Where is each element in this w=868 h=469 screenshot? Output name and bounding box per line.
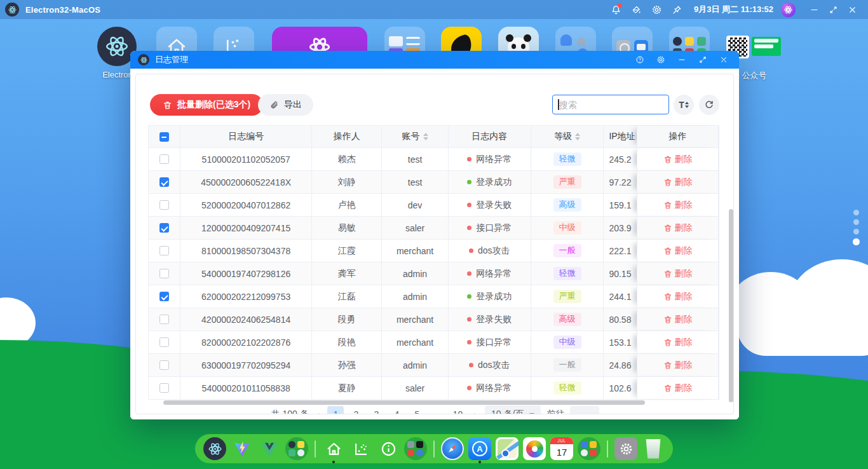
text-caret: [558, 99, 559, 110]
window-close-button[interactable]: [713, 51, 734, 69]
row-checkbox[interactable]: [159, 223, 169, 233]
refresh-button[interactable]: [699, 95, 719, 115]
page-button[interactable]: 3: [368, 406, 384, 414]
chevron-down-icon: [529, 413, 534, 415]
cell-operator: 江磊: [312, 285, 382, 308]
delete-button[interactable]: 删除: [663, 268, 693, 280]
page-button[interactable]: 5: [409, 406, 425, 414]
settings-button[interactable]: [647, 0, 667, 19]
page-ellipsis[interactable]: ···: [429, 406, 445, 414]
dock-item-safari[interactable]: [441, 437, 464, 460]
desktop-minimize-button[interactable]: [804, 0, 824, 19]
delete-button[interactable]: 删除: [663, 291, 693, 302]
vertical-scrollbar-thumb[interactable]: [729, 209, 733, 402]
row-checkbox[interactable]: [159, 383, 169, 393]
dock-item-calendar[interactable]: JUL 17: [550, 437, 573, 460]
page-button[interactable]: 4: [388, 406, 405, 414]
prev-page-button[interactable]: ‹: [315, 409, 322, 415]
delete-button[interactable]: 删除: [663, 154, 693, 165]
batch-delete-button[interactable]: 批量删除(已选3个): [150, 94, 263, 116]
cell-content-text: 网络异常: [476, 268, 512, 280]
help-button[interactable]: [629, 51, 650, 69]
trash-icon: [663, 155, 672, 164]
goto-page-input[interactable]: [570, 406, 599, 415]
desktop-close-button[interactable]: [843, 0, 862, 19]
workspace-dots[interactable]: [853, 210, 860, 245]
user-avatar[interactable]: [781, 3, 796, 17]
delete-button[interactable]: 删除: [663, 337, 693, 348]
dock-item-about[interactable]: [377, 437, 400, 460]
row-checkbox[interactable]: [159, 246, 169, 255]
window-titlebar[interactable]: 日志管理: [130, 51, 739, 69]
sort-carets-icon[interactable]: [575, 133, 580, 140]
dock-item-app-store[interactable]: A: [468, 437, 491, 460]
dock-item-devtools-group[interactable]: [285, 437, 308, 460]
column-header-level[interactable]: 等级: [531, 126, 604, 147]
row-checkbox[interactable]: [159, 177, 169, 187]
export-button[interactable]: 导出: [258, 94, 313, 116]
row-checkbox[interactable]: [159, 337, 169, 347]
row-checkbox[interactable]: [159, 200, 169, 210]
delete-button[interactable]: 删除: [663, 245, 693, 257]
dock-item-vite[interactable]: [231, 437, 254, 460]
dock-item-apps-group[interactable]: [578, 437, 600, 460]
delete-button[interactable]: 删除: [663, 222, 693, 234]
page-button[interactable]: 1: [327, 406, 344, 414]
delete-button[interactable]: 删除: [663, 177, 693, 188]
next-page-button[interactable]: ›: [471, 409, 479, 415]
workspace-dot[interactable]: [853, 229, 859, 234]
search-input[interactable]: [552, 95, 669, 114]
row-checkbox[interactable]: [159, 154, 169, 164]
notifications-button[interactable]: [606, 0, 627, 19]
refresh-icon: [704, 100, 714, 110]
workspace-dot[interactable]: [853, 210, 859, 215]
dock-item-settings[interactable]: [614, 437, 637, 460]
select-all-checkbox[interactable]: [159, 132, 169, 142]
compass-needle-icon: [442, 438, 462, 458]
window-settings-button[interactable]: [650, 51, 671, 69]
table-row: 620000202212099753 江磊 admin 登录成功 严重 244.…: [149, 285, 719, 308]
horizontal-scrollbar-thumb[interactable]: [163, 400, 645, 405]
dock-item-electron[interactable]: [203, 437, 226, 460]
desktop-resize-button[interactable]: [824, 0, 843, 19]
page-button[interactable]: 2: [348, 406, 364, 414]
dock-item-media-group[interactable]: [404, 437, 427, 460]
row-checkbox[interactable]: [159, 315, 169, 324]
cell-operator: 段勇: [312, 308, 382, 330]
delete-button[interactable]: 删除: [663, 360, 693, 371]
level-badge: 一般: [553, 358, 581, 372]
delete-button[interactable]: 删除: [663, 314, 693, 325]
page-button[interactable]: 10: [449, 406, 466, 414]
dock-item-charts[interactable]: [349, 437, 372, 460]
dock-item-photos[interactable]: [523, 437, 546, 460]
page-size-select[interactable]: 10 条/页: [485, 405, 541, 414]
cell-operator: 易敏: [312, 217, 382, 239]
row-checkbox[interactable]: [159, 269, 169, 278]
column-header-account[interactable]: 账号: [382, 126, 449, 147]
log-status-dot: [467, 340, 471, 344]
delete-button[interactable]: 删除: [663, 383, 693, 394]
row-checkbox[interactable]: [159, 292, 169, 301]
paint-bucket-icon: [631, 4, 642, 15]
workspace-dot[interactable]: [853, 238, 860, 245]
workspace-dot[interactable]: [853, 219, 859, 225]
row-checkbox[interactable]: [159, 360, 169, 370]
menubar-app-icon[interactable]: [5, 3, 19, 17]
cell-content-text: 接口异常: [476, 337, 512, 348]
window-maximize-button[interactable]: [692, 51, 713, 69]
text-size-button[interactable]: T: [674, 95, 694, 115]
theme-button[interactable]: [627, 0, 647, 19]
vite-mini-icon: [685, 37, 694, 46]
pin-button[interactable]: [667, 0, 688, 19]
dock-item-maps[interactable]: [496, 437, 519, 460]
window-minimize-button[interactable]: [671, 51, 692, 69]
menubar-clock[interactable]: 9月3日 周二 11:13:52: [694, 4, 773, 15]
electron-mini-icon: [288, 441, 295, 448]
column-header-content: 日志内容: [449, 126, 531, 147]
dock-item-home[interactable]: [322, 437, 345, 460]
dock-item-vue[interactable]: [258, 437, 281, 460]
dock-item-trash[interactable]: [642, 437, 665, 460]
sort-carets-icon[interactable]: [423, 133, 428, 140]
cell-log-id: 520000200407012862: [180, 194, 313, 216]
delete-button[interactable]: 删除: [663, 200, 693, 211]
